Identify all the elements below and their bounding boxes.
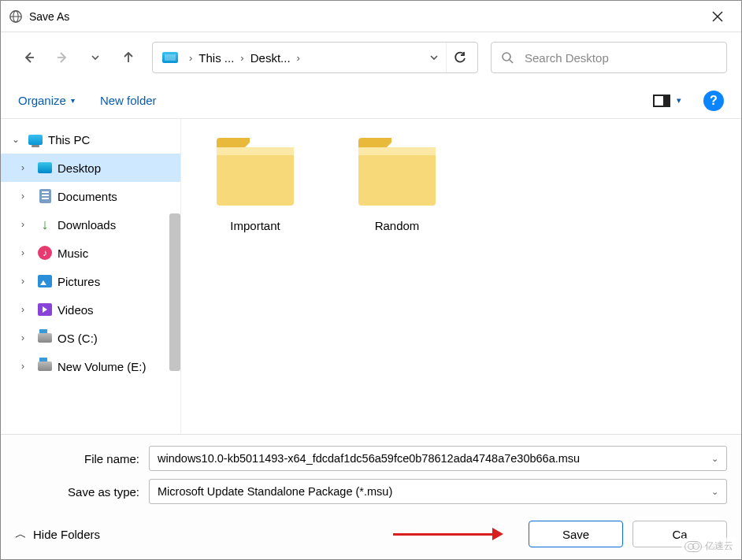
tree-documents[interactable]: › Documents	[1, 182, 180, 210]
address-dropdown[interactable]	[422, 53, 446, 62]
nav-row: › This ... › Deskt... › Search Desktop	[1, 32, 741, 83]
save-button[interactable]: Save	[529, 521, 623, 547]
chevron-right-icon[interactable]: ›	[21, 304, 32, 315]
svg-rect-13	[358, 147, 436, 155]
search-icon	[501, 51, 514, 64]
tree-label: New Volume (E:)	[58, 360, 147, 373]
footer: ︿ Hide Folders Save Ca	[1, 509, 741, 559]
file-list[interactable]: Important Random	[181, 119, 741, 434]
music-icon: ♪	[38, 246, 52, 260]
chevron-down-icon[interactable]: ⌄	[705, 487, 718, 497]
pictures-icon	[38, 275, 52, 287]
watermark-text: 亿速云	[705, 540, 733, 553]
pc-icon	[28, 135, 43, 145]
chevron-right-icon[interactable]: ›	[21, 332, 32, 343]
watermark: 亿速云	[681, 538, 736, 554]
tree-pictures[interactable]: › Pictures	[1, 267, 180, 295]
annotation-arrow	[393, 531, 503, 537]
toolbar: Organize▾ New folder ▾ ?	[1, 83, 741, 119]
folder-icon	[354, 135, 440, 210]
tree-videos[interactable]: › Videos	[1, 295, 180, 324]
chevron-right-icon[interactable]: ›	[291, 52, 306, 64]
breadcrumb-desktop[interactable]: Deskt...	[250, 51, 291, 65]
tree-downloads[interactable]: › ↓ Downloads	[1, 210, 180, 239]
sidebar-scrollbar[interactable]	[169, 213, 180, 371]
svg-rect-12	[358, 147, 436, 206]
savetype-value: Microsoft Update Standalone Package (*.m…	[158, 485, 705, 498]
location-icon	[162, 52, 178, 63]
tree-this-pc[interactable]: ⌄ This PC	[1, 125, 180, 154]
tree-new-volume-e[interactable]: › New Volume (E:)	[1, 352, 180, 380]
drive-icon	[38, 362, 52, 371]
filename-label: File name:	[15, 452, 149, 465]
svg-rect-11	[217, 147, 294, 155]
chevron-right-icon[interactable]: ›	[21, 162, 32, 173]
tree-desktop[interactable]: › Desktop	[1, 154, 180, 182]
chevron-right-icon[interactable]: ›	[21, 191, 32, 202]
save-form: File name: windows10.0-kb5011493-x64_fdc…	[1, 434, 741, 517]
watermark-logo-icon	[684, 541, 702, 552]
tree-label: This PC	[48, 133, 90, 146]
tree-label: Documents	[58, 190, 117, 203]
main-area: ⌄ This PC › Desktop › Documents › ↓ Down…	[1, 119, 741, 434]
view-dropdown[interactable]: ▾	[677, 95, 681, 106]
savetype-field[interactable]: Microsoft Update Standalone Package (*.m…	[149, 479, 727, 504]
filename-field[interactable]: windows10.0-kb5011493-x64_fdcdaf1dc56a59…	[149, 446, 727, 471]
folder-label: Important	[230, 219, 280, 232]
videos-icon	[38, 303, 52, 316]
chevron-right-icon[interactable]: ›	[21, 361, 32, 372]
refresh-button[interactable]	[446, 43, 473, 72]
tree-music[interactable]: › ♪ Music	[1, 239, 180, 267]
address-bar[interactable]: › This ... › Deskt... ›	[152, 42, 478, 73]
desktop-icon	[38, 162, 52, 173]
chevron-down-icon[interactable]: ⌄	[12, 134, 23, 145]
new-folder-button[interactable]: New folder	[100, 94, 157, 107]
view-button[interactable]	[653, 95, 670, 107]
tree-label: Pictures	[58, 275, 100, 288]
downloads-icon: ↓	[42, 217, 49, 233]
chevron-down-icon[interactable]: ⌄	[705, 454, 718, 464]
tree-label: Music	[58, 247, 88, 260]
chevron-right-icon[interactable]: ›	[21, 276, 32, 287]
folder-icon	[212, 135, 299, 210]
titlebar: Save As	[1, 1, 741, 32]
search-input[interactable]: Search Desktop	[491, 42, 727, 73]
tree-label: OS (C:)	[58, 332, 98, 345]
recent-dropdown[interactable]	[81, 43, 109, 72]
breadcrumb-thispc[interactable]: This ...	[198, 51, 234, 65]
folder-random[interactable]: Random	[342, 135, 452, 232]
savetype-label: Save as type:	[15, 485, 149, 499]
search-placeholder: Search Desktop	[525, 51, 609, 65]
folder-label: Random	[375, 219, 420, 232]
globe-icon	[9, 9, 23, 24]
chevron-right-icon[interactable]: ›	[21, 219, 32, 230]
close-button[interactable]	[702, 1, 733, 32]
folder-important[interactable]: Important	[200, 135, 310, 232]
hide-folders-label: Hide Folders	[33, 528, 100, 541]
drive-icon	[38, 333, 52, 343]
tree-os-c[interactable]: › OS (C:)	[1, 324, 180, 352]
filename-value: windows10.0-kb5011493-x64_fdcdaf1dc56a59…	[158, 452, 705, 465]
forward-button[interactable]	[48, 43, 76, 72]
chevron-up-icon: ︿	[15, 527, 27, 542]
tree-label: Desktop	[58, 161, 101, 175]
svg-point-8	[503, 53, 510, 61]
svg-line-9	[510, 60, 513, 63]
tree-label: Videos	[58, 303, 94, 317]
sidebar: ⌄ This PC › Desktop › Documents › ↓ Down…	[1, 119, 180, 434]
tree-label: Downloads	[58, 218, 116, 232]
chevron-right-icon[interactable]: ›	[21, 247, 32, 258]
up-button[interactable]	[114, 43, 143, 72]
organize-menu[interactable]: Organize▾	[18, 94, 75, 107]
window-title: Save As	[29, 10, 702, 23]
svg-rect-10	[217, 147, 294, 206]
chevron-right-icon[interactable]: ›	[234, 52, 250, 64]
back-button[interactable]	[15, 43, 43, 72]
hide-folders-button[interactable]: ︿ Hide Folders	[15, 527, 100, 542]
chevron-right-icon[interactable]: ›	[183, 52, 198, 64]
documents-icon	[39, 189, 51, 203]
help-button[interactable]: ?	[703, 91, 724, 111]
